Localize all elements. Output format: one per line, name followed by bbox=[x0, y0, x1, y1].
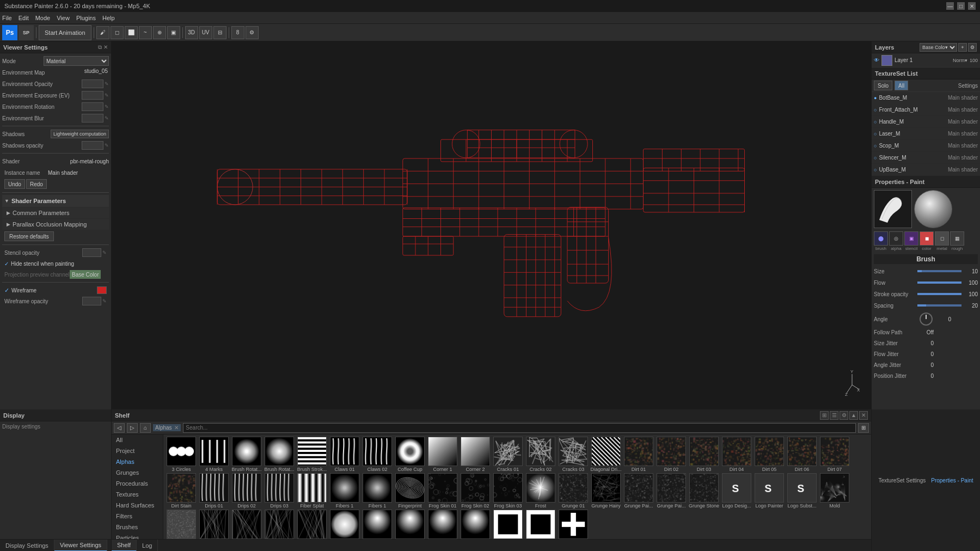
tool-selection[interactable]: ▣ bbox=[167, 26, 180, 39]
wireframe-opacity-edit[interactable]: ✎ bbox=[102, 298, 107, 304]
shadows-opacity-edit[interactable]: ✎ bbox=[105, 143, 109, 148]
env-exposure-edit[interactable]: ✎ bbox=[105, 93, 109, 98]
shelf-item[interactable]: Corner 2 bbox=[460, 437, 491, 472]
shelf-item[interactable]: Cracks 01 bbox=[492, 437, 524, 472]
env-blur-input[interactable]: 35 bbox=[82, 114, 103, 123]
shelf-search-input[interactable] bbox=[183, 423, 856, 433]
layer-visibility-toggle[interactable]: 👁 bbox=[874, 57, 879, 63]
all-btn[interactable]: All bbox=[895, 81, 908, 90]
menu-file[interactable]: File bbox=[2, 15, 12, 21]
stencil-opacity-edit[interactable]: ✎ bbox=[102, 250, 107, 255]
env-rotation-input[interactable]: 0 bbox=[82, 102, 103, 111]
shelf-item[interactable]: Frog Skin 02 bbox=[460, 473, 491, 509]
env-opacity-edit[interactable]: ✎ bbox=[105, 81, 109, 87]
ts-item-front[interactable]: ○ Front_Attach_M Main shader bbox=[872, 104, 980, 116]
viewport[interactable]: Material bbox=[112, 41, 871, 409]
ts-settings-btn[interactable]: Settings bbox=[958, 83, 978, 89]
tool-eraser[interactable]: ◻ bbox=[111, 26, 124, 39]
shelf-item[interactable]: Coffee Cup bbox=[394, 437, 426, 472]
shelf-item[interactable]: Dirt 06 bbox=[786, 437, 818, 472]
mode-select[interactable]: Material bbox=[44, 56, 109, 66]
shelf-item[interactable]: Frog Skin 01 bbox=[427, 473, 458, 509]
shelf-item[interactable]: Logo Painter bbox=[754, 473, 785, 509]
shelf-item[interactable]: Scratches 03 bbox=[231, 510, 262, 539]
shelf-cat-procedurals[interactable]: Procedurals bbox=[112, 478, 163, 489]
shelf-item[interactable]: Fiber Splat bbox=[296, 473, 328, 509]
shelf-item[interactable]: Logo Subst... bbox=[786, 473, 818, 509]
menu-plugins[interactable]: Plugins bbox=[76, 15, 96, 21]
rough-channel-icon[interactable]: ▦ bbox=[950, 231, 964, 246]
flow-slider[interactable] bbox=[917, 281, 961, 284]
shelf-item[interactable]: Fibers 1 bbox=[329, 473, 360, 509]
shelf-item[interactable]: Frog Skin 03 bbox=[492, 473, 524, 509]
tab-properties-paint[interactable]: Properties - Paint bbox=[929, 476, 975, 485]
shelf-item[interactable]: Plus bbox=[558, 510, 589, 539]
shadows-btn[interactable]: Lightweight computation bbox=[51, 130, 109, 138]
tool-fill[interactable]: ⬜ bbox=[125, 26, 138, 39]
shelf-item[interactable]: Dirt 05 bbox=[754, 437, 785, 472]
shelf-item[interactable]: Corner 1 bbox=[427, 437, 458, 472]
brush-channel-icon[interactable]: ⬤ bbox=[874, 231, 888, 246]
env-rotation-edit[interactable]: ✎ bbox=[105, 104, 109, 109]
env-blur-edit[interactable]: ✎ bbox=[105, 115, 109, 121]
tab-log[interactable]: Log bbox=[137, 540, 158, 551]
shelf-item[interactable]: Scratches 04 bbox=[264, 510, 295, 539]
panel-close-btn[interactable]: ✕ bbox=[103, 44, 108, 51]
tool-smudge[interactable]: ~ bbox=[139, 26, 152, 39]
shelf-list-view-btn[interactable]: ☰ bbox=[830, 411, 838, 420]
shelf-item[interactable]: scratches_01 bbox=[296, 510, 328, 539]
shelf-cat-brushes[interactable]: Brushes bbox=[112, 522, 163, 532]
menu-mode[interactable]: Mode bbox=[35, 15, 51, 21]
size-slider[interactable] bbox=[917, 270, 961, 272]
shelf-item[interactable]: Shape Bord... bbox=[525, 510, 556, 539]
shelf-item[interactable]: Brush Rotat... bbox=[231, 437, 262, 472]
ts-item-handle[interactable]: ○ Handle_M Main shader bbox=[872, 116, 980, 128]
shelf-view-toggle-btn[interactable]: ⊞ bbox=[858, 423, 869, 433]
wireframe-checkbox[interactable]: ✓ bbox=[4, 287, 9, 294]
ts-item-scop[interactable]: ○ Scop_M Main shader bbox=[872, 140, 980, 152]
ts-item-laser[interactable]: ○ Laser_M Main shader bbox=[872, 128, 980, 140]
shelf-item[interactable]: Grunge Pai... bbox=[656, 473, 687, 509]
shelf-item[interactable]: Logo Desig... bbox=[721, 473, 752, 509]
spacing-slider[interactable] bbox=[917, 304, 961, 307]
ts-item-botbase[interactable]: ● BotBase_M Main shader bbox=[872, 92, 980, 104]
shelf-item[interactable]: Grunge Hairy bbox=[590, 473, 622, 509]
shelf-item[interactable]: Fingerprint bbox=[394, 473, 426, 509]
shelf-item[interactable]: Shape Bell ( bbox=[460, 510, 491, 539]
shelf-item[interactable]: Scratches 02 bbox=[198, 510, 230, 539]
shelf-grid-view-btn[interactable]: ⊞ bbox=[820, 411, 829, 420]
layers-channel-select[interactable]: Base Colo▾ bbox=[920, 43, 957, 52]
shelf-item[interactable]: Cracks 03 bbox=[558, 437, 589, 472]
layers-add-btn[interactable]: + bbox=[958, 43, 967, 52]
shelf-item[interactable]: Dirt 02 bbox=[656, 437, 687, 472]
filter-tag-close[interactable]: ✕ bbox=[174, 425, 179, 431]
parallax-section[interactable]: ▶ Parallax Occlusion Mapping bbox=[2, 219, 109, 230]
layer-blend[interactable]: Norm▾ bbox=[953, 58, 967, 63]
shelf-cat-hard-surfaces[interactable]: Hard Surfaces bbox=[112, 500, 163, 511]
shelf-item[interactable]: Dirt 04 bbox=[721, 437, 752, 472]
tool-opacity[interactable]: 8 bbox=[231, 26, 244, 39]
shelf-item[interactable]: Grunge Stone bbox=[688, 473, 720, 509]
metal-channel-icon[interactable]: ◻ bbox=[935, 231, 949, 246]
shelf-item[interactable]: Dirt 01 bbox=[623, 437, 654, 472]
shelf-collapse-btn[interactable]: ▲ bbox=[849, 411, 858, 420]
tab-ts-settings[interactable]: TextureSet Settings bbox=[877, 476, 928, 485]
shelf-item[interactable]: Claws 01 bbox=[329, 437, 360, 472]
shelf-cat-project[interactable]: Project bbox=[112, 445, 163, 456]
env-opacity-input[interactable]: 100 bbox=[82, 79, 103, 88]
shelf-cat-all[interactable]: All bbox=[112, 434, 163, 445]
solo-btn[interactable]: Solo bbox=[874, 81, 892, 90]
common-params-section[interactable]: ▶ Common Parameters bbox=[2, 207, 109, 218]
tab-display-settings[interactable]: Display Settings bbox=[0, 540, 54, 551]
close-button[interactable]: ✕ bbox=[968, 2, 976, 10]
tool-3d[interactable]: 3D bbox=[185, 26, 198, 39]
menu-edit[interactable]: Edit bbox=[19, 15, 29, 21]
start-animation-button[interactable]: Start Animation bbox=[39, 25, 91, 40]
env-exposure-input[interactable]: 0 bbox=[82, 91, 103, 100]
wireframe-opacity-input[interactable]: 100 bbox=[82, 297, 101, 305]
tab-shelf[interactable]: Shelf bbox=[112, 540, 137, 551]
menu-view[interactable]: View bbox=[57, 15, 70, 21]
shelf-item[interactable]: Drips 02 bbox=[231, 473, 262, 509]
shelf-item[interactable]: Grunge Pai... bbox=[623, 473, 654, 509]
shelf-cat-filters[interactable]: Filters bbox=[112, 511, 163, 522]
